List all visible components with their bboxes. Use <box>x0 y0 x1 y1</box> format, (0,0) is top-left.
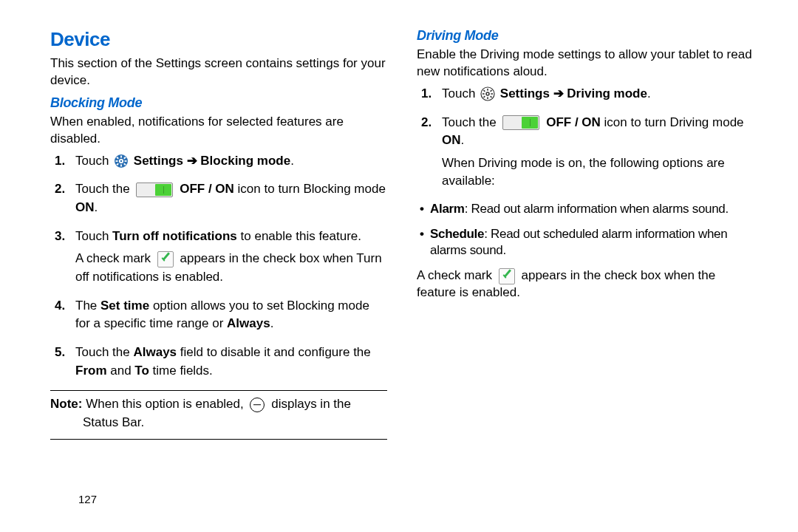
step-2-sub: When Driving mode is on, the following o… <box>442 154 754 191</box>
svg-rect-18 <box>483 96 485 98</box>
page-number: 127 <box>78 493 97 505</box>
intro-text: This section of the Settings screen cont… <box>50 55 387 89</box>
heading-driving-mode: Driving Mode <box>417 28 754 44</box>
driving-mode-desc: Enable the Driving mode settings to allo… <box>417 47 754 81</box>
alarm-label: Alarm <box>430 202 465 216</box>
text: Touch the <box>75 182 133 196</box>
step-number: 4. <box>55 297 65 316</box>
note-label: Note: <box>50 397 82 411</box>
turn-off-label: Turn off notifications <box>112 229 237 243</box>
divider <box>50 439 387 440</box>
arrow-icon: ➔ <box>553 86 564 100</box>
step-2: 2. Touch the OFF / ON icon to turn Block… <box>50 180 387 216</box>
svg-rect-19 <box>490 90 492 92</box>
svg-rect-4 <box>116 160 118 162</box>
from-label: From <box>75 364 107 378</box>
text: Touch <box>75 229 112 243</box>
schedule-label: Schedule <box>430 227 484 241</box>
text: : Read out alarm information when alarms… <box>465 202 729 216</box>
text: Status Bar. <box>50 414 144 432</box>
mode-label: Blocking mode <box>197 154 291 168</box>
svg-rect-17 <box>490 96 492 98</box>
driving-steps: 1. Touch Settings ➔ Driving mode. 2. Tou… <box>417 85 754 191</box>
always-label: Always <box>133 345 177 359</box>
on-label: ON <box>75 200 95 214</box>
toggle-icon <box>136 183 173 197</box>
step-number: 5. <box>55 344 65 362</box>
text: Touch the <box>442 115 499 129</box>
note: Note: When this option is enabled, displ… <box>50 395 387 432</box>
arrow-icon: ➔ <box>187 154 197 168</box>
period: . <box>290 154 294 168</box>
right-column: Driving Mode Enable the Driving mode set… <box>417 28 754 444</box>
settings-label: Settings <box>130 154 187 168</box>
set-time-label: Set time <box>100 299 149 313</box>
period: . <box>95 200 98 214</box>
off-on-label: OFF / ON <box>176 182 233 196</box>
text: field to disable it and configure the <box>177 345 371 359</box>
heading-device: Device <box>50 28 387 51</box>
heading-blocking-mode: Blocking Mode <box>50 95 387 111</box>
bullet-schedule: Schedule: Read out scheduled alarm infor… <box>417 226 754 259</box>
svg-rect-2 <box>120 156 122 158</box>
step-1: 1. Touch Settings ➔ Blocking mode. <box>50 152 387 171</box>
blocking-steps: 1. Touch Settings ➔ Blocking mode. 2. To… <box>50 152 387 380</box>
off-on-label: OFF / ON <box>542 115 600 129</box>
step-1: 1. Touch Settings ➔ Driving mode. <box>417 85 754 103</box>
bullet-alarm: Alarm: Read out alarm information when a… <box>417 201 754 217</box>
text: displays in the <box>267 397 350 411</box>
text: The <box>75 299 100 313</box>
divider <box>50 390 387 391</box>
text: time fields. <box>149 364 213 378</box>
gear-icon <box>480 86 495 101</box>
svg-rect-15 <box>491 94 493 95</box>
text: icon to turn Blocking mode <box>234 182 386 196</box>
svg-rect-13 <box>487 98 488 100</box>
svg-point-11 <box>486 92 489 95</box>
checkmark-icon <box>499 268 515 284</box>
on-label: ON <box>442 133 461 147</box>
step-3-sub: A check mark appears in the check box wh… <box>75 250 387 286</box>
two-column-layout: Device This section of the Settings scre… <box>50 28 754 444</box>
text: A check mark <box>75 251 154 265</box>
text: icon to turn Driving mode <box>601 115 744 129</box>
closing-text: A check mark appears in the check box wh… <box>417 267 754 301</box>
text: Touch <box>75 154 112 168</box>
svg-rect-3 <box>120 165 122 167</box>
mode-label: Driving mode <box>564 86 647 100</box>
to-label: To <box>134 364 149 378</box>
step-5: 5. Touch the Always field to disable it … <box>50 344 387 380</box>
step-2: 2. Touch the OFF / ON icon to turn Drivi… <box>417 114 754 191</box>
text: Touch <box>442 86 479 100</box>
checkmark-icon <box>157 251 174 267</box>
period: . <box>647 86 651 100</box>
text: When this option is enabled, <box>82 397 247 411</box>
text: Touch the <box>75 345 133 359</box>
text: and <box>107 364 135 378</box>
step-number: 3. <box>55 228 65 246</box>
minus-circle-icon <box>250 398 265 412</box>
svg-rect-12 <box>487 89 488 91</box>
gear-icon <box>114 154 129 168</box>
text: to enable this feature. <box>237 229 361 243</box>
always-label: Always <box>227 316 270 330</box>
svg-rect-5 <box>125 160 127 162</box>
step-3: 3. Touch Turn off notifications to enabl… <box>50 228 387 287</box>
settings-label: Settings <box>497 86 553 100</box>
driving-options: Alarm: Read out alarm information when a… <box>417 201 754 259</box>
svg-rect-16 <box>483 90 485 92</box>
svg-rect-14 <box>482 94 485 95</box>
step-4: 4. The Set time option allows you to set… <box>50 297 387 333</box>
left-column: Device This section of the Settings scre… <box>50 28 387 444</box>
toggle-icon <box>502 115 539 130</box>
period: . <box>270 316 274 330</box>
text: A check mark <box>417 268 496 282</box>
step-number: 2. <box>421 114 432 132</box>
period: . <box>461 133 465 147</box>
blocking-mode-desc: When enabled, notifications for selected… <box>50 114 387 148</box>
step-number: 1. <box>55 152 65 171</box>
step-number: 1. <box>421 85 432 103</box>
step-number: 2. <box>55 180 65 199</box>
